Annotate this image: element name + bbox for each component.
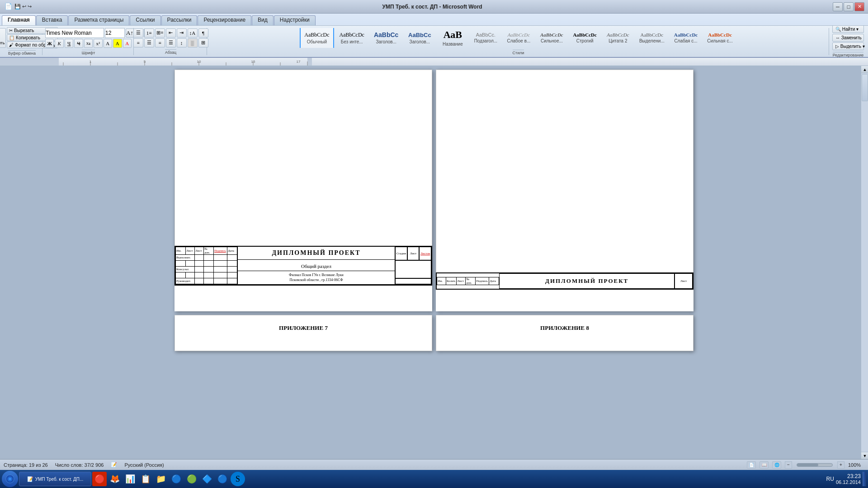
style-heading1[interactable]: AaBbCc Заголов...: [370, 28, 402, 48]
align-left-button[interactable]: ≡: [133, 38, 143, 47]
superscript-button[interactable]: х²: [94, 39, 102, 48]
taskbar-icon-4[interactable]: 📋: [138, 472, 153, 486]
scroll-up-button[interactable]: ▲: [861, 66, 868, 73]
scroll-down-button[interactable]: ▼: [861, 452, 868, 459]
bullets-button[interactable]: ☰: [133, 28, 143, 38]
taskbar-icon-6[interactable]: 🔵: [169, 472, 184, 486]
subscript-button[interactable]: х₂: [84, 39, 93, 48]
taskbar-icon-2[interactable]: 🦊: [108, 472, 122, 486]
taskbar-icon-8[interactable]: 🔷: [200, 472, 214, 486]
text-effects-button[interactable]: А: [104, 39, 112, 48]
scrollbar-vertical[interactable]: ▲ ▼: [861, 66, 868, 459]
style-subtle-ref[interactable]: AaBbCcDc Выделени...: [635, 28, 669, 48]
stamp-listov: Листов: [419, 247, 431, 260]
stamp2-listnum: Лист: [675, 273, 693, 289]
line-spacing-button[interactable]: ↕: [177, 38, 187, 47]
taskbar-icon-1[interactable]: 🔴: [92, 472, 107, 486]
tab-mailings[interactable]: Рассылки: [161, 15, 198, 25]
taskbar-icon-skype[interactable]: S: [231, 472, 245, 486]
zoom-in-button[interactable]: +: [837, 461, 844, 469]
shading-button[interactable]: ░: [188, 38, 198, 47]
stamp-supervisor: Руководит.: [176, 278, 195, 284]
close-button[interactable]: ✕: [854, 2, 864, 11]
page-1-content: [175, 70, 432, 246]
view-print-button[interactable]: 📄: [747, 461, 756, 469]
tab-pagelayout[interactable]: Разметка страницы: [68, 15, 129, 25]
maximize-button[interactable]: □: [844, 2, 854, 11]
style-title[interactable]: АаВ Название: [437, 28, 468, 48]
font-size-input[interactable]: [105, 28, 125, 38]
tab-insert[interactable]: Вставка: [36, 15, 68, 25]
page-1: Им. Лист Лист № дон. Подпись Дата Выполн…: [175, 70, 432, 311]
statusbar-right: 📄 📖 🌐 − + 100%: [747, 461, 864, 469]
window-buttons: ─ □ ✕: [833, 2, 864, 11]
taskbar-time: 23:23: [836, 473, 861, 479]
style-subtitle[interactable]: AaBbCc. Подзагол...: [470, 28, 501, 48]
show-desktop-button[interactable]: [863, 472, 866, 486]
increase-indent-button[interactable]: ⇥: [177, 28, 187, 38]
tab-references[interactable]: Ссылки: [130, 15, 160, 25]
diploma-org: Филиал Псков ГУя г. Великие ЛукиПсковско…: [289, 273, 344, 282]
borders-button[interactable]: ⊞: [198, 38, 208, 47]
font-color-button[interactable]: А: [123, 39, 132, 48]
svg-rect-1: [0, 58, 59, 66]
align-center-button[interactable]: ☰: [144, 38, 154, 47]
svg-text:10: 10: [197, 60, 201, 64]
find-button[interactable]: 🔍 Найти ▾: [832, 25, 864, 33]
grow-font-button[interactable]: A↑: [126, 28, 134, 38]
italic-button[interactable]: К: [55, 39, 63, 48]
taskbar-icon-5[interactable]: 📁: [154, 472, 168, 486]
scroll-thumb[interactable]: [862, 74, 868, 101]
strikethrough-button[interactable]: Ч: [74, 39, 83, 48]
style-quote[interactable]: AaBbCcDc Цитата 2: [602, 28, 634, 48]
taskbar-icon-9[interactable]: 🔵: [215, 472, 230, 486]
replace-button[interactable]: ↔ Заменить: [832, 34, 864, 42]
multilevel-list-button[interactable]: ⊞≡: [155, 28, 165, 38]
font-label: Шрифт: [82, 50, 95, 55]
highlight-button[interactable]: А: [113, 39, 122, 48]
toolbar: 📋 Вставить ✂ Вырезать 📋 Копировать 🖌 Фор…: [0, 25, 868, 57]
zoom-out-button[interactable]: −: [785, 461, 792, 469]
style-strong[interactable]: AaBbCcDc Строгий: [569, 28, 601, 48]
taskbar-date: 06.12.2014: [836, 479, 861, 485]
tab-addins[interactable]: Надстройки: [274, 15, 316, 25]
style-normal[interactable]: AaBbCcDc Обычный: [300, 28, 334, 48]
main-area: Им. Лист Лист № дон. Подпись Дата Выполн…: [0, 66, 868, 459]
appendix-8-label: ПРИЛОЖЕНИЕ 8: [436, 315, 693, 332]
justify-button[interactable]: ☰: [166, 38, 176, 47]
underline-button[interactable]: Ч: [65, 39, 73, 48]
style-subtle-emphasis[interactable]: AaBbCcDc Слабое в...: [503, 28, 534, 48]
tab-home[interactable]: Главная: [2, 15, 36, 25]
appendix-7-label: ПРИЛОЖЕНИЕ 7: [175, 315, 432, 332]
paragraph-label: Абзац: [165, 49, 176, 55]
taskbar-icon-3[interactable]: 📊: [123, 472, 137, 486]
sort-button[interactable]: ↕A: [188, 28, 198, 38]
align-right-button[interactable]: ≡: [155, 38, 165, 47]
style-no-spacing[interactable]: AaBbCcDc Без инте...: [335, 28, 368, 48]
view-web-button[interactable]: 🌐: [772, 461, 781, 469]
stamp2-docnum: № дон.: [466, 277, 476, 285]
style-heading2[interactable]: AaBbCc Заголов...: [404, 28, 435, 48]
style-emphasis[interactable]: AaBbCcDc Сильное...: [536, 28, 567, 48]
word-taskbar-btn[interactable]: 📝 УМП Треб. к сост. ДП...: [19, 472, 91, 486]
decrease-indent-button[interactable]: ⇤: [166, 28, 176, 38]
minimize-button[interactable]: ─: [833, 2, 843, 11]
tab-view[interactable]: Вид: [252, 15, 274, 25]
bold-button[interactable]: Ж: [45, 39, 54, 48]
tab-review[interactable]: Рецензирование: [198, 15, 251, 25]
svg-text:1: 1: [90, 60, 92, 64]
font-name-input[interactable]: [45, 28, 104, 38]
stamp-executor: Выполнит.: [176, 255, 195, 261]
numbering-button[interactable]: 1≡: [144, 28, 154, 38]
start-button[interactable]: [2, 471, 18, 487]
paste-button[interactable]: 📋 Вставить: [0, 28, 6, 48]
taskbar-icon-7[interactable]: 🟢: [184, 472, 199, 486]
view-reading-button[interactable]: 📖: [760, 461, 769, 469]
select-button[interactable]: ▷ Выделить ▾: [832, 42, 864, 50]
taskbar-language: RU: [826, 476, 834, 482]
styles-label: Стили: [513, 50, 524, 55]
zoom-slider[interactable]: [797, 463, 833, 467]
style-book-title[interactable]: AaBbCcDc Сильная с...: [703, 28, 736, 48]
style-intense-ref[interactable]: AaBbCcDc Слабая с...: [670, 28, 702, 48]
show-paragraph-button[interactable]: ¶: [198, 28, 208, 38]
